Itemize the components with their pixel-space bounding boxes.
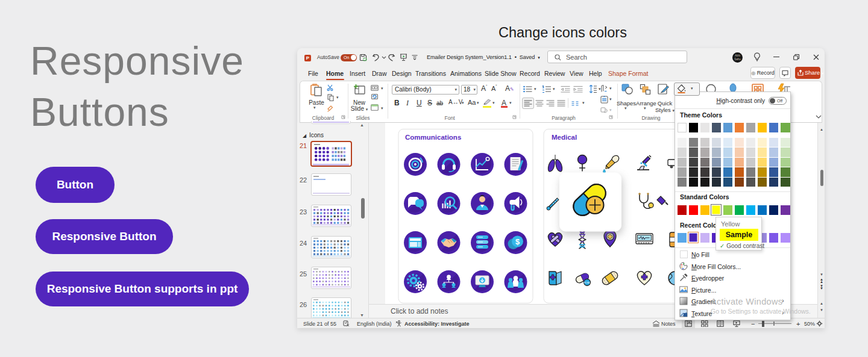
svg-text:Communications: Communications <box>405 134 461 141</box>
svg-text:Medical: Medical <box>552 134 577 141</box>
svg-text:PCML: PCML <box>583 281 591 284</box>
svg-text:$: $ <box>515 237 520 246</box>
